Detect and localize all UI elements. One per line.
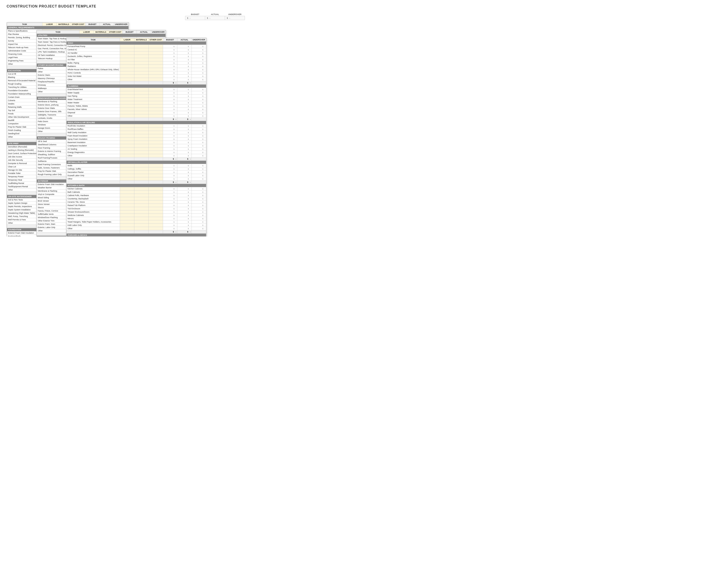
labor-cell[interactable] <box>120 200 134 204</box>
labor-cell[interactable] <box>120 65 134 68</box>
materials-cell[interactable] <box>134 144 148 147</box>
labor-cell[interactable] <box>120 61 134 65</box>
materials-cell[interactable] <box>134 227 148 230</box>
materials-cell[interactable] <box>134 128 148 131</box>
labor-cell[interactable] <box>120 48 134 51</box>
materials-cell[interactable] <box>134 187 148 190</box>
other-cell[interactable] <box>148 144 163 147</box>
other-cell[interactable] <box>148 154 163 157</box>
other-cell[interactable] <box>148 164 163 167</box>
labor-cell[interactable] <box>120 141 134 144</box>
materials-cell[interactable] <box>134 200 148 204</box>
other-cell[interactable] <box>148 101 163 104</box>
labor-cell[interactable] <box>120 101 134 104</box>
other-cell[interactable] <box>148 51 163 55</box>
other-cell[interactable] <box>148 114 163 118</box>
labor-cell[interactable] <box>120 131 134 134</box>
materials-cell[interactable] <box>134 131 148 134</box>
labor-cell[interactable] <box>120 220 134 224</box>
materials-cell[interactable] <box>134 104 148 108</box>
materials-cell[interactable] <box>134 91 148 94</box>
labor-cell[interactable] <box>120 174 134 177</box>
other-cell[interactable] <box>148 104 163 108</box>
materials-cell[interactable] <box>134 111 148 114</box>
labor-cell[interactable] <box>120 68 134 71</box>
materials-cell[interactable] <box>134 55 148 58</box>
other-cell[interactable] <box>148 48 163 51</box>
materials-cell[interactable] <box>134 88 148 91</box>
other-cell[interactable] <box>148 187 163 190</box>
other-cell[interactable] <box>148 151 163 154</box>
other-cell[interactable] <box>148 210 163 214</box>
materials-cell[interactable] <box>134 58 148 61</box>
materials-cell[interactable] <box>134 210 148 214</box>
other-cell[interactable] <box>148 194 163 197</box>
other-cell[interactable] <box>148 128 163 131</box>
materials-cell[interactable] <box>134 94 148 98</box>
labor-cell[interactable] <box>120 167 134 171</box>
other-cell[interactable] <box>148 190 163 194</box>
materials-cell[interactable] <box>134 194 148 197</box>
labor-cell[interactable] <box>120 164 134 167</box>
materials-cell[interactable] <box>134 207 148 210</box>
materials-cell[interactable] <box>134 108 148 111</box>
labor-cell[interactable] <box>120 111 134 114</box>
labor-cell[interactable] <box>120 124 134 128</box>
materials-cell[interactable] <box>134 224 148 227</box>
labor-cell[interactable] <box>120 217 134 220</box>
labor-cell[interactable] <box>120 91 134 94</box>
materials-cell[interactable] <box>134 151 148 154</box>
labor-cell[interactable] <box>120 51 134 55</box>
other-cell[interactable] <box>148 214 163 217</box>
materials-cell[interactable] <box>134 71 148 75</box>
materials-cell[interactable] <box>134 217 148 220</box>
other-cell[interactable] <box>148 78 163 81</box>
labor-cell[interactable] <box>120 214 134 217</box>
labor-cell[interactable] <box>120 45 134 48</box>
other-cell[interactable] <box>148 207 163 210</box>
other-cell[interactable] <box>148 55 163 58</box>
other-cell[interactable] <box>148 174 163 177</box>
materials-cell[interactable] <box>134 174 148 177</box>
materials-cell[interactable] <box>134 177 148 180</box>
other-cell[interactable] <box>148 45 163 48</box>
labor-cell[interactable] <box>120 194 134 197</box>
other-cell[interactable] <box>148 137 163 141</box>
other-cell[interactable] <box>148 217 163 220</box>
other-cell[interactable] <box>148 134 163 137</box>
other-cell[interactable] <box>148 88 163 91</box>
materials-cell[interactable] <box>134 51 148 55</box>
other-cell[interactable] <box>148 61 163 65</box>
other-cell[interactable] <box>148 197 163 200</box>
labor-cell[interactable] <box>120 128 134 131</box>
materials-cell[interactable] <box>134 197 148 200</box>
other-cell[interactable] <box>148 68 163 71</box>
other-cell[interactable] <box>148 141 163 144</box>
labor-cell[interactable] <box>120 75 134 78</box>
other-cell[interactable] <box>148 224 163 227</box>
labor-cell[interactable] <box>120 134 134 137</box>
materials-cell[interactable] <box>134 101 148 104</box>
other-cell[interactable] <box>148 147 163 151</box>
labor-cell[interactable] <box>120 207 134 210</box>
materials-cell[interactable] <box>134 45 148 48</box>
materials-cell[interactable] <box>134 78 148 81</box>
other-cell[interactable] <box>148 91 163 94</box>
other-cell[interactable] <box>148 131 163 134</box>
labor-cell[interactable] <box>120 114 134 118</box>
other-cell[interactable] <box>148 58 163 61</box>
other-cell[interactable] <box>148 227 163 230</box>
labor-cell[interactable] <box>120 147 134 151</box>
labor-cell[interactable] <box>120 71 134 75</box>
other-cell[interactable] <box>148 75 163 78</box>
labor-cell[interactable] <box>120 55 134 58</box>
materials-cell[interactable] <box>134 114 148 118</box>
materials-cell[interactable] <box>134 214 148 217</box>
labor-cell[interactable] <box>120 137 134 141</box>
materials-cell[interactable] <box>134 134 148 137</box>
labor-cell[interactable] <box>120 204 134 207</box>
other-cell[interactable] <box>148 71 163 75</box>
labor-cell[interactable] <box>120 98 134 101</box>
other-cell[interactable] <box>148 111 163 114</box>
materials-cell[interactable] <box>134 137 148 141</box>
